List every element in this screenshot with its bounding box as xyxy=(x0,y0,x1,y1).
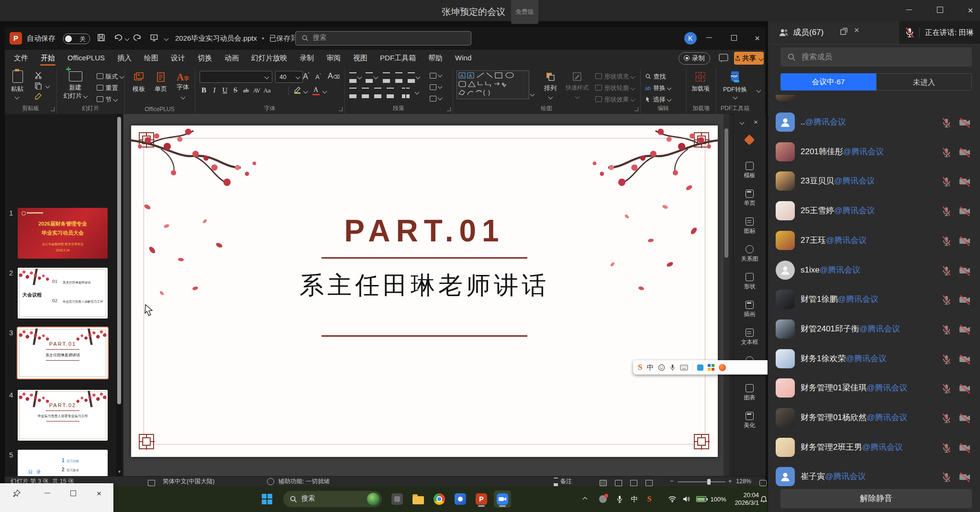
tab-not-joined[interactable]: 未进入 xyxy=(876,73,972,91)
unmute-button[interactable]: 解除静音 xyxy=(780,489,972,508)
tab-幻灯片放映[interactable]: 幻灯片放映 xyxy=(245,50,293,66)
save-icon[interactable] xyxy=(97,33,106,44)
mic-off-icon[interactable] xyxy=(941,147,952,160)
tray-expand-icon[interactable] xyxy=(580,486,590,512)
strip-item-插画[interactable]: 插画 xyxy=(734,301,766,319)
align-text-icon[interactable] xyxy=(430,83,436,91)
clipboard-launcher-icon[interactable] xyxy=(51,107,55,111)
beautify-brush-icon[interactable] xyxy=(744,135,755,146)
replace-button[interactable]: ab 替换 xyxy=(645,83,671,92)
mic-off-icon[interactable] xyxy=(941,412,952,426)
slide-thumbnail-2[interactable]: 大会议程 01 系主任田琳老师讲话 02 毕业实习负责人讲解实习工作 xyxy=(18,268,108,319)
slide-thumbnail-1[interactable]: 2026届财务管理专业 毕业实习动员大会 会计与金融学院 财务管理专业 2026… xyxy=(18,208,108,259)
drawing-launcher-icon[interactable] xyxy=(635,107,638,111)
zoom-slider-thumb[interactable] xyxy=(707,479,711,485)
thumbnail-scrollbar[interactable]: ▼ xyxy=(117,114,122,476)
emoji-icon[interactable] xyxy=(658,364,665,371)
language-status[interactable]: 简体中文(中国大陆) xyxy=(163,477,214,487)
meeting-tools-icon[interactable] xyxy=(719,364,726,371)
font-name-combo[interactable] xyxy=(200,71,272,83)
quick-access-chevron-icon[interactable] xyxy=(164,36,169,41)
tray-volume-icon[interactable] xyxy=(681,486,692,512)
find-button[interactable]: 查找 xyxy=(645,72,666,81)
mic-off-icon[interactable] xyxy=(941,442,952,455)
shape-gallery-more-icon[interactable] xyxy=(530,92,535,97)
app-grid-icon[interactable] xyxy=(708,364,714,371)
member-row[interactable]: s1ixe@腾讯会议 xyxy=(776,261,974,285)
notes-button[interactable]: 备注 xyxy=(553,477,572,487)
font-button-5[interactable]: AV xyxy=(251,87,262,94)
ime-keyboard-icon[interactable] xyxy=(680,364,688,371)
panel-close-icon[interactable]: × xyxy=(854,25,859,35)
slide-thumbnail-4[interactable]: PART.02 毕业实习负责人部署专业实习工作 xyxy=(18,390,108,441)
tab-in-meeting[interactable]: 会议中·67 xyxy=(780,73,876,91)
record-button[interactable]: 录制 xyxy=(679,52,710,65)
strip-item-图表[interactable]: 图表 xyxy=(734,384,766,402)
decrease-indent-icon[interactable] xyxy=(383,72,390,81)
redo-icon[interactable] xyxy=(133,33,143,44)
tab-切换[interactable]: 切换 xyxy=(191,50,218,66)
bullets-icon[interactable] xyxy=(349,72,356,81)
mic-off-icon[interactable] xyxy=(941,235,952,249)
member-row[interactable]: 2201韩佳彤@腾讯会议 xyxy=(776,142,974,167)
camera-off-icon[interactable] xyxy=(958,324,971,337)
close-button[interactable]: × xyxy=(961,3,980,18)
tray-battery-icon[interactable] xyxy=(695,486,707,512)
font-plus-button[interactable]: A字 字体 xyxy=(173,71,192,100)
annotate-pen-icon[interactable] xyxy=(697,364,703,371)
slide-canvas[interactable]: PART.01 系主任田琳老师讲话 xyxy=(123,114,724,476)
shrink-font-button[interactable]: Aˇ xyxy=(315,73,321,80)
shape-gallery[interactable]: A A xyxy=(457,70,529,99)
taskbar-app-blue[interactable] xyxy=(452,490,469,508)
taskbar-app-powerpoint[interactable]: P xyxy=(473,490,490,508)
grow-font-button[interactable]: Aˆ xyxy=(303,72,310,81)
camera-off-icon[interactable] xyxy=(958,205,971,219)
member-row[interactable]: 财务1徐欢荣@腾讯会议 xyxy=(776,349,974,374)
tray-mic-icon[interactable] xyxy=(614,486,625,512)
mic-off-icon[interactable] xyxy=(941,294,952,307)
strip-item-美化[interactable]: 美化 xyxy=(734,412,766,430)
sogou-logo-icon[interactable]: S xyxy=(638,363,642,372)
current-slide[interactable]: PART.01 系主任田琳老师讲话 xyxy=(131,125,718,457)
tab-插入[interactable]: 插入 xyxy=(111,50,138,66)
numbering-icon[interactable] xyxy=(366,72,373,81)
member-row[interactable]: ..@腾讯会议 xyxy=(776,113,974,137)
strip-item-文本框[interactable]: 文本框 xyxy=(734,329,766,346)
strip-close-icon[interactable]: × xyxy=(754,118,758,126)
autosave-toggle[interactable]: 关 xyxy=(63,34,90,44)
camera-off-icon[interactable] xyxy=(958,117,971,130)
ime-toolbar[interactable]: S 中 xyxy=(633,360,771,375)
tab-绘图[interactable]: 绘图 xyxy=(138,50,165,66)
account-avatar[interactable]: K xyxy=(684,32,697,45)
tab-Wind[interactable]: Wind xyxy=(449,50,478,66)
text-direction-icon[interactable] xyxy=(430,71,436,80)
mic-off-icon[interactable] xyxy=(941,471,952,485)
reset-button[interactable]: 重置 xyxy=(97,83,118,92)
font-button-6[interactable]: Aa xyxy=(262,87,272,94)
font-button-1[interactable]: I xyxy=(209,86,220,94)
member-row[interactable]: 财管2401邱子衡@腾讯会议 xyxy=(776,319,974,344)
strip-item-形状[interactable]: 形状 xyxy=(734,273,766,291)
camera-off-icon[interactable] xyxy=(958,471,971,485)
tab-OfficePLUS[interactable]: OfficePLUS xyxy=(61,50,111,66)
camera-off-icon[interactable] xyxy=(958,176,971,189)
member-row[interactable]: 23豆贝贝@腾讯会议 xyxy=(776,171,974,196)
line-spacing-icon[interactable] xyxy=(408,72,415,81)
smartart-icon[interactable] xyxy=(430,94,436,103)
camera-off-icon[interactable] xyxy=(958,353,971,367)
mic-off-icon[interactable] xyxy=(941,176,952,189)
select-button[interactable]: 选择 xyxy=(645,95,671,104)
clear-format-button[interactable]: A⌫ xyxy=(328,72,340,80)
share-button[interactable]: 共享 xyxy=(734,52,764,65)
zoom-in-button[interactable]: + xyxy=(728,477,732,487)
mic-off-icon[interactable] xyxy=(941,353,952,367)
member-row[interactable]: 27王珏@腾讯会议 xyxy=(776,231,974,256)
undo-chevron-icon[interactable] xyxy=(125,36,130,41)
paste-button[interactable]: 粘贴 xyxy=(7,85,28,93)
strip-collapse-icon[interactable] xyxy=(740,120,745,125)
search-input[interactable]: 搜索 xyxy=(295,31,471,46)
font-size-combo[interactable]: 40 xyxy=(275,71,303,83)
copy-icon[interactable] xyxy=(34,82,42,91)
mic-off-icon[interactable] xyxy=(941,117,952,130)
slide-thumbnail-5[interactable]: 目 录 CONTENTS 1 实习目标2 实习要求3 实习内容4 资料收集 xyxy=(18,450,108,476)
